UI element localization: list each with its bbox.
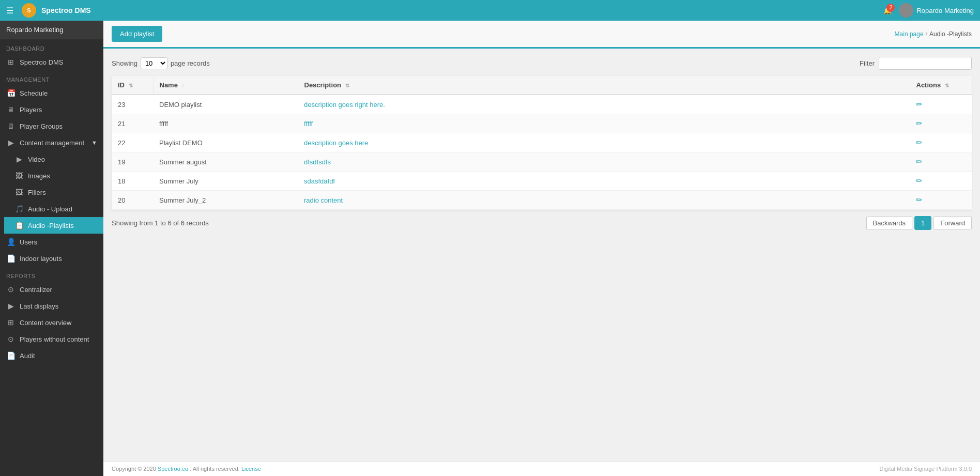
breadcrumb-sep: /	[926, 30, 927, 38]
cell-name: DEMO playlist	[153, 95, 298, 114]
sidebar-item-audio-upload[interactable]: 🎵 Audio - Upload	[4, 201, 103, 217]
main-content: Add playlist Main page / Audio -Playlist…	[103, 21, 980, 476]
showing-info: Showing from 1 to 6 of 6 records	[112, 219, 209, 227]
data-table: ID ⇅ Name ↑ Description ⇅ Actions ⇅	[112, 76, 972, 210]
sidebar-label: Players without content	[20, 335, 89, 343]
edit-button[interactable]: ✏	[916, 138, 923, 147]
page-1-button[interactable]: 1	[914, 216, 931, 230]
sidebar-item-audio-playlists[interactable]: 📋 Audio -Playlists	[4, 217, 103, 234]
sidebar-item-content-overview[interactable]: ⊞ Content overview	[0, 314, 103, 331]
display-icon: ▶	[6, 302, 16, 310]
audio-icon: 🎵	[14, 205, 24, 213]
col-header-name[interactable]: Name ↑	[153, 76, 298, 95]
cell-description: radio content	[298, 191, 910, 210]
centralizer-icon: ⊙	[6, 285, 16, 294]
page-records-label: page records	[171, 59, 210, 67]
cell-description: sdasfdafdf	[298, 172, 910, 191]
table-row: 21 fffff fffff ✏	[112, 114, 972, 133]
col-header-actions[interactable]: Actions ⇅	[910, 76, 972, 95]
monitor-group-icon: 🖥	[6, 122, 16, 130]
sidebar-label: Audio -Playlists	[28, 222, 74, 229]
hamburger-icon[interactable]: ☰	[6, 6, 13, 16]
cell-name: Summer august	[153, 152, 298, 172]
filter-area: Filter	[860, 57, 972, 70]
sidebar-item-indoor-layouts[interactable]: 📄 Indoor layouts	[0, 250, 103, 267]
sidebar-item-users[interactable]: 👤 Users	[0, 234, 103, 250]
notification-bell[interactable]: 🔔 2	[883, 7, 892, 14]
col-header-description[interactable]: Description ⇅	[298, 76, 910, 95]
sidebar-item-players-without-content[interactable]: ⊙ Players without content	[0, 331, 103, 347]
footer-version: Digital Media Signage Platform 3.0.0	[879, 466, 972, 472]
grid-icon: ⊞	[6, 58, 16, 66]
notification-badge: 2	[886, 4, 895, 12]
sidebar-item-schedule[interactable]: 📅 Schedule	[0, 85, 103, 101]
edit-button[interactable]: ✏	[916, 195, 923, 205]
backwards-button[interactable]: Backwards	[866, 216, 913, 230]
sidebar-org: Ropardo Marketing	[0, 21, 103, 39]
layout-icon: 📄	[6, 254, 16, 263]
cell-id: 23	[112, 95, 153, 114]
cell-actions: ✏	[910, 191, 972, 210]
action-bar: Add playlist Main page / Audio -Playlist…	[103, 21, 980, 49]
sidebar-label: Player Groups	[20, 122, 63, 130]
table-row: 22 Playlist DEMO description goes here ✏	[112, 133, 972, 152]
sidebar-label: Audit	[20, 352, 35, 360]
sidebar: Ropardo Marketing Dashboard ⊞ Spectroo D…	[0, 21, 103, 476]
edit-button[interactable]: ✏	[916, 119, 923, 128]
breadcrumb-home-link[interactable]: Main page	[895, 30, 924, 38]
per-page-select[interactable]: 10 25 50 100	[141, 57, 167, 69]
cell-id: 20	[112, 191, 153, 210]
pagination: Backwards 1 Forward	[866, 216, 972, 230]
cell-id: 18	[112, 172, 153, 191]
sidebar-item-video[interactable]: ▶ Video	[4, 151, 103, 167]
cell-actions: ✏	[910, 152, 972, 172]
cell-id: 21	[112, 114, 153, 133]
sidebar-item-images[interactable]: 🖼 Images	[4, 167, 103, 184]
cell-description: dfsdfsdfs	[298, 152, 910, 172]
layout: Ropardo Marketing Dashboard ⊞ Spectroo D…	[0, 21, 980, 476]
sidebar-label: Video	[28, 156, 45, 163]
edit-button[interactable]: ✏	[916, 100, 923, 109]
cell-description: description goes here	[298, 133, 910, 152]
video-icon: ▶	[14, 155, 24, 163]
sidebar-section-management: Management	[0, 70, 103, 85]
forward-button[interactable]: Forward	[933, 216, 972, 230]
showing-label: Showing	[112, 59, 137, 67]
app-logo: S	[22, 3, 36, 18]
add-playlist-button[interactable]: Add playlist	[112, 26, 162, 42]
sidebar-item-content-management[interactable]: ▶ Content management ▼	[0, 134, 103, 151]
footer-license-link[interactable]: License	[241, 466, 261, 472]
cell-id: 19	[112, 152, 153, 172]
pagination-area: Showing from 1 to 6 of 6 records Backwar…	[112, 216, 972, 230]
col-header-id[interactable]: ID ⇅	[112, 76, 153, 95]
sidebar-label: Content management	[20, 139, 84, 147]
image-icon: 🖼	[14, 172, 24, 180]
sidebar-item-last-displays[interactable]: ▶ Last displays	[0, 298, 103, 314]
filter-input[interactable]	[879, 57, 972, 70]
sidebar-label: Content overview	[20, 319, 71, 327]
sidebar-item-spectroo-dms[interactable]: ⊞ Spectroo DMS	[0, 54, 103, 70]
sort-icon-desc: ⇅	[345, 83, 349, 88]
breadcrumb-current: Audio -Playlists	[929, 30, 972, 38]
cell-name: Summer July_2	[153, 191, 298, 210]
sidebar-item-player-groups[interactable]: 🖥 Player Groups	[0, 118, 103, 134]
footer-company-link[interactable]: Spectroo.eu	[158, 466, 188, 472]
table-row: 19 Summer august dfsdfsdfs ✏	[112, 152, 972, 172]
table-controls: Showing 10 25 50 100 page records Filter	[112, 57, 972, 70]
cell-actions: ✏	[910, 172, 972, 191]
user-menu[interactable]: Ropardo Marketing	[899, 3, 974, 18]
footer: Copyright © 2020 Spectroo.eu . All right…	[103, 461, 980, 476]
sidebar-label: Schedule	[20, 89, 48, 97]
players-no-content-icon: ⊙	[6, 335, 16, 343]
edit-button[interactable]: ✏	[916, 157, 923, 166]
sidebar-item-players[interactable]: 🖥 Players	[0, 101, 103, 118]
cell-actions: ✏	[910, 133, 972, 152]
sidebar-item-fillers[interactable]: 🖼 Fillers	[4, 184, 103, 201]
sidebar-label: Users	[20, 238, 37, 246]
edit-button[interactable]: ✏	[916, 176, 923, 186]
sidebar-item-centralizer[interactable]: ⊙ Centralizer	[0, 281, 103, 298]
sidebar-label: Audio - Upload	[28, 205, 72, 213]
username: Ropardo Marketing	[916, 7, 974, 14]
sidebar-item-audit[interactable]: 📄 Audit	[0, 347, 103, 364]
table-row: 20 Summer July_2 radio content ✏	[112, 191, 972, 210]
